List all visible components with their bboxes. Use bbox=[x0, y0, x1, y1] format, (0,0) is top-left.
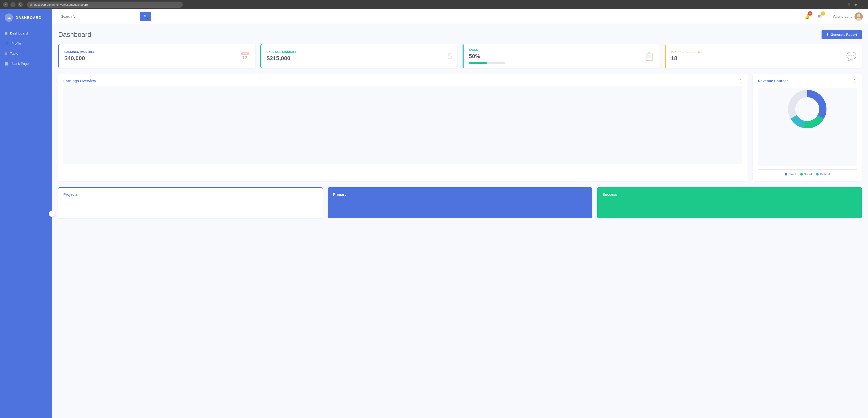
search-button[interactable]: 🔍 bbox=[140, 12, 151, 21]
tasks-progress-bar bbox=[469, 62, 505, 64]
bottom-card-success: Success bbox=[597, 187, 862, 218]
avatar bbox=[855, 12, 863, 21]
sidebar-nav: ⊞ Dashboard 👤 Profile ⊞ Table 📄 Blank Pa… bbox=[0, 26, 52, 418]
stat-card-earnings-monthly: EARNINGS (MONTHLY) $40,000 📅 bbox=[58, 44, 255, 68]
sidebar-brand-text: DASHBOARD bbox=[16, 15, 41, 20]
stat-card-earnings-annual: EARNINGS (ANNUAL) $215,000 $ bbox=[260, 44, 457, 68]
revenue-legend: Direct Social Refferal bbox=[758, 169, 857, 177]
browser-extensions-button[interactable]: ☰ bbox=[847, 2, 851, 7]
stat-card-annual-label: EARNINGS (ANNUAL) bbox=[267, 50, 296, 54]
lock-icon: 🔒 bbox=[30, 3, 33, 6]
page-content: Dashboard ⬇ Generate Report EARNINGS (MO… bbox=[52, 24, 868, 418]
stat-card-monthly-value: $40,000 bbox=[64, 55, 95, 62]
bottom-card-primary-title: Primary bbox=[333, 193, 587, 197]
sidebar-logo: ☁ bbox=[5, 13, 13, 22]
browser-bookmark-button[interactable]: ★ bbox=[854, 2, 858, 7]
chevron-left-icon: ‹ bbox=[52, 212, 53, 215]
revenue-sources-menu-button[interactable]: ⋮ bbox=[852, 78, 857, 83]
dollar-icon: $ bbox=[447, 51, 452, 61]
sidebar-item-table-label: Table bbox=[10, 51, 18, 56]
browser-url-text: https://sb-admin-ten.vercel.app/dashboar… bbox=[34, 3, 88, 6]
charts-row: Earnings Overview ⋮ Revenue Sources ⋮ bbox=[58, 74, 862, 181]
legend-social-label: Social bbox=[804, 173, 812, 176]
stat-cards: EARNINGS (MONTHLY) $40,000 📅 EARNINGS (A… bbox=[58, 44, 862, 68]
browser-forward-button[interactable]: › bbox=[10, 2, 16, 7]
bottom-card-primary: Primary bbox=[328, 187, 592, 218]
topbar-user[interactable]: Valerie Luna bbox=[832, 12, 863, 21]
legend-direct-dot bbox=[785, 173, 787, 176]
messages-button[interactable]: ✉ 7 bbox=[815, 12, 824, 21]
stat-card-pending: PENDING REQUESTS 18 💬 bbox=[665, 44, 862, 68]
earnings-overview-chart bbox=[63, 86, 742, 164]
dashboard-icon: ⊞ bbox=[5, 31, 7, 35]
notifications-badge: 3+ bbox=[808, 11, 812, 15]
comment-icon: 💬 bbox=[846, 51, 857, 61]
sidebar-item-profile[interactable]: 👤 Profile bbox=[0, 38, 52, 48]
earnings-overview-title: Earnings Overview bbox=[63, 79, 96, 83]
sidebar-item-profile-label: Profile bbox=[11, 41, 21, 45]
bottom-card-projects-title: Projects bbox=[63, 193, 317, 197]
page-header: Dashboard ⬇ Generate Report bbox=[58, 30, 862, 39]
earnings-overview-header: Earnings Overview ⋮ bbox=[63, 78, 742, 83]
donut-chart bbox=[786, 89, 828, 130]
stat-card-pending-value: 18 bbox=[671, 55, 700, 62]
revenue-sources-title: Revenue Sources bbox=[758, 79, 788, 83]
topbar-actions: 🔔 3+ ✉ 7 Valerie Luna bbox=[803, 12, 863, 21]
download-icon: ⬇ bbox=[826, 33, 829, 37]
stat-card-pending-label: PENDING REQUESTS bbox=[671, 50, 700, 54]
search-container: 🔍 bbox=[57, 12, 151, 21]
browser-back-button[interactable]: ‹ bbox=[3, 2, 8, 7]
sidebar-item-blank-label: Blank Page bbox=[11, 62, 29, 66]
bottom-card-success-title: Success bbox=[602, 193, 857, 197]
stat-card-tasks-content: TASKS 50% bbox=[469, 48, 505, 64]
messages-badge: 7 bbox=[821, 11, 825, 15]
browser-chrome: ‹ › ↻ 🔒 https://sb-admin-ten.vercel.app/… bbox=[0, 0, 868, 9]
browser-url-bar: 🔒 https://sb-admin-ten.vercel.app/dashbo… bbox=[27, 2, 183, 8]
revenue-sources-chart bbox=[758, 89, 857, 166]
legend-refferal-label: Refferal bbox=[820, 173, 830, 176]
sidebar: ☁ DASHBOARD ⊞ Dashboard 👤 Profile ⊞ Tabl… bbox=[0, 9, 52, 418]
stat-card-monthly-content: EARNINGS (MONTHLY) $40,000 bbox=[64, 50, 95, 62]
stat-card-tasks-value: 50% bbox=[469, 53, 505, 60]
legend-direct: Direct bbox=[785, 173, 796, 176]
earnings-overview-menu-button[interactable]: ⋮ bbox=[738, 78, 742, 83]
stat-card-annual-value: $215,000 bbox=[267, 55, 296, 62]
stat-card-pending-content: PENDING REQUESTS 18 bbox=[671, 50, 700, 62]
tasks-progress-fill bbox=[469, 62, 487, 64]
revenue-sources-header: Revenue Sources ⋮ bbox=[758, 78, 857, 83]
sidebar-toggle-button[interactable]: ‹ bbox=[49, 211, 55, 217]
avatar-image bbox=[855, 12, 863, 21]
legend-social-dot bbox=[800, 173, 803, 176]
generate-report-button[interactable]: ⬇ Generate Report bbox=[822, 30, 862, 39]
sidebar-item-dashboard[interactable]: ⊞ Dashboard bbox=[0, 28, 52, 38]
logo-symbol: ☁ bbox=[7, 15, 11, 20]
legend-social: Social bbox=[800, 173, 812, 176]
profile-icon: 👤 bbox=[5, 41, 9, 45]
stat-card-tasks: TASKS 50% 📋 bbox=[463, 44, 659, 68]
browser-actions: ☰ ★ ⋮ bbox=[847, 2, 865, 7]
stat-card-tasks-label: TASKS bbox=[469, 48, 505, 51]
search-icon: 🔍 bbox=[144, 14, 148, 19]
bottom-row: Projects Primary Success bbox=[58, 187, 862, 218]
notifications-button[interactable]: 🔔 3+ bbox=[803, 12, 811, 21]
main-content: 🔍 🔔 3+ ✉ 7 Valerie Luna bbox=[52, 9, 868, 418]
browser-menu-button[interactable]: ⋮ bbox=[860, 2, 865, 7]
legend-direct-label: Direct bbox=[788, 173, 796, 176]
clipboard-icon: 📋 bbox=[644, 51, 654, 61]
sidebar-item-table[interactable]: ⊞ Table bbox=[0, 48, 52, 59]
blank-page-icon: 📄 bbox=[5, 62, 9, 66]
revenue-sources-card: Revenue Sources ⋮ bbox=[753, 74, 862, 181]
stat-card-monthly-label: EARNINGS (MONTHLY) bbox=[64, 50, 95, 54]
bottom-card-projects: Projects bbox=[58, 187, 323, 218]
svg-point-1 bbox=[857, 14, 860, 17]
generate-report-label: Generate Report bbox=[831, 33, 857, 37]
legend-refferal-dot bbox=[816, 173, 819, 176]
sidebar-item-blank[interactable]: 📄 Blank Page bbox=[0, 59, 52, 69]
search-input[interactable] bbox=[57, 12, 140, 21]
browser-refresh-button[interactable]: ↻ bbox=[18, 2, 23, 7]
app-layout: ☁ DASHBOARD ⊞ Dashboard 👤 Profile ⊞ Tabl… bbox=[0, 9, 868, 418]
sidebar-item-dashboard-label: Dashboard bbox=[10, 31, 28, 35]
table-icon: ⊞ bbox=[5, 51, 7, 56]
topbar-username: Valerie Luna bbox=[832, 14, 852, 19]
stat-card-annual-content: EARNINGS (ANNUAL) $215,000 bbox=[267, 50, 296, 62]
